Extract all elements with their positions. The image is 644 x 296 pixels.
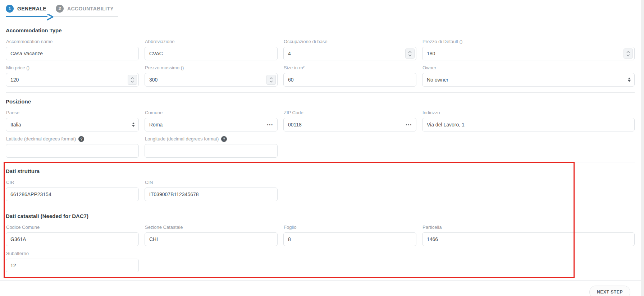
field-occupazione-di-base: Occupazione di base [283, 38, 416, 60]
foglio-input[interactable] [283, 232, 416, 246]
size-m2-label: Size in m² [284, 65, 416, 71]
field-zip-code: ZIP Code ••• [283, 110, 416, 131]
form-row: Subalterno [6, 250, 635, 272]
cin-label: CIN [145, 179, 278, 185]
field-size-m2: Size in m² [283, 65, 416, 87]
accommodation-name-input[interactable] [6, 47, 139, 60]
owner-label: Owner [423, 65, 635, 71]
cir-label: CIR [6, 179, 139, 185]
footer-divider [0, 280, 644, 281]
occupazione-di-base-input[interactable] [283, 47, 416, 60]
field-sezione-catastale: Sezione Catastale [145, 224, 278, 246]
size-m2-input[interactable] [283, 73, 416, 87]
tab-accountability-label: ACCOUNTABILITY [67, 6, 114, 11]
paese-select[interactable]: Italia [6, 118, 139, 131]
section-divider [6, 162, 635, 162]
form-row: CIR CIN [6, 179, 635, 201]
field-cin: CIN [145, 179, 278, 201]
section-title-posizione: Posizione [6, 98, 635, 105]
codice-comune-input[interactable] [6, 232, 139, 246]
min-price-input[interactable] [6, 73, 139, 87]
comune-input[interactable] [145, 118, 278, 131]
prezzo-di-default-label: Prezzo di Default () [423, 38, 635, 45]
footer: NEXT STEP [6, 281, 635, 296]
prezzo-massimo-label: Prezzo massimo () [145, 65, 278, 71]
tab-generale-label: GENERALE [17, 6, 46, 11]
longitude-input[interactable] [145, 144, 278, 158]
owner-select-value: No owner [427, 77, 448, 83]
zip-code-input[interactable] [283, 118, 416, 131]
form-row: Latitude (decimal degrees format) ? Long… [6, 136, 635, 158]
paese-select-value: Italia [10, 122, 21, 128]
field-owner: Owner No owner [422, 65, 635, 87]
field-indirizzo: Indirizzo [422, 110, 635, 131]
ellipsis-icon[interactable]: ••• [406, 123, 412, 127]
scrollbar[interactable] [641, 0, 644, 296]
tab-generale[interactable]: 1 GENERALE [6, 5, 46, 13]
comune-label: Comune [145, 110, 278, 116]
field-min-price: Min price () [6, 65, 139, 87]
field-cir: CIR [6, 179, 139, 201]
ellipsis-icon[interactable]: ••• [267, 123, 273, 127]
number-stepper-icon[interactable] [624, 48, 633, 59]
help-icon[interactable]: ? [78, 136, 84, 142]
indirizzo-label: Indirizzo [423, 110, 635, 116]
particella-label: Particella [423, 224, 635, 230]
field-prezzo-di-default: Prezzo di Default () [422, 38, 635, 60]
form-page: 1 GENERALE 2 ACCOUNTABILITY Accommodatio… [0, 0, 644, 296]
codice-comune-label: Codice Comune [6, 224, 139, 230]
form-row: Accommodation name Abbreviazione Occupaz… [6, 38, 635, 60]
field-latitude: Latitude (decimal degrees format) ? [6, 136, 139, 158]
foglio-label: Foglio [284, 224, 416, 230]
step-1-badge: 1 [6, 5, 14, 13]
subalterno-input[interactable] [6, 259, 139, 272]
min-price-label: Min price () [6, 65, 139, 71]
cin-input[interactable] [145, 188, 278, 201]
field-codice-comune: Codice Comune [6, 224, 139, 246]
zip-code-label: ZIP Code [284, 110, 416, 116]
field-longitude: Longitude (decimal degrees format) ? [145, 136, 278, 158]
latitude-input[interactable] [6, 144, 139, 158]
field-subalterno: Subalterno [6, 250, 139, 272]
tab-accountability[interactable]: 2 ACCOUNTABILITY [56, 5, 114, 13]
help-icon[interactable]: ? [221, 136, 227, 142]
section-title-dati-catastali: Dati catastali (Needed for DAC7) [6, 213, 635, 219]
indirizzo-input[interactable] [422, 118, 635, 131]
owner-select[interactable]: No owner [422, 73, 635, 87]
particella-input[interactable] [422, 232, 635, 246]
latitude-label: Latitude (decimal degrees format) [6, 136, 76, 142]
prezzo-di-default-input[interactable] [422, 47, 635, 60]
section-title-accommodation-type: Accommodation Type [6, 27, 635, 33]
sezione-catastale-label: Sezione Catastale [145, 224, 278, 230]
wizard-steps: 1 GENERALE 2 ACCOUNTABILITY [6, 4, 635, 14]
longitude-label: Longitude (decimal degrees format) [145, 136, 219, 142]
field-paese: Paese Italia [6, 110, 139, 131]
field-foglio: Foglio [283, 224, 416, 246]
form-row: Min price () Prezzo massimo () Size in m… [6, 65, 635, 87]
next-step-button[interactable]: NEXT STEP [589, 286, 630, 296]
wizard-progress-arrow [6, 14, 635, 22]
field-abbreviazione: Abbreviazione [145, 38, 278, 60]
number-stepper-icon[interactable] [405, 48, 415, 59]
abbreviazione-input[interactable] [145, 47, 278, 60]
highlighted-sections: Dati struttura CIR CIN Dati catastali (N… [6, 162, 635, 278]
subalterno-label: Subalterno [6, 250, 139, 256]
number-stepper-icon[interactable] [128, 75, 137, 85]
field-particella: Particella [422, 224, 635, 246]
paese-label: Paese [6, 110, 139, 116]
abbreviazione-label: Abbreviazione [145, 38, 278, 45]
form-row: Codice Comune Sezione Catastale Foglio P… [6, 224, 635, 246]
section-divider [6, 207, 635, 207]
field-prezzo-massimo: Prezzo massimo () [145, 65, 278, 87]
section-divider [6, 92, 635, 93]
field-accommodation-name: Accommodation name [6, 38, 139, 60]
sezione-catastale-input[interactable] [145, 232, 278, 246]
accommodation-name-label: Accommodation name [6, 38, 139, 45]
prezzo-massimo-input[interactable] [145, 73, 278, 87]
occupazione-di-base-label: Occupazione di base [284, 38, 416, 45]
step-2-badge: 2 [56, 5, 64, 13]
form-row: Paese Italia Comune ••• ZIP Code ••• In [6, 110, 635, 131]
number-stepper-icon[interactable] [266, 75, 276, 85]
cir-input[interactable] [6, 188, 139, 201]
field-comune: Comune ••• [145, 110, 278, 131]
